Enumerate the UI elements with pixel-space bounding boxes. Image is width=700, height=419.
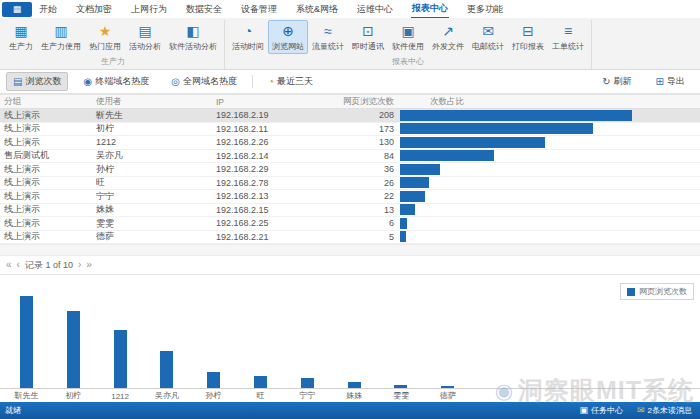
- productivity-usage-icon: ▥: [54, 23, 67, 40]
- ratio-bar: [400, 137, 545, 148]
- table-cell: 192.168.2.11: [216, 124, 304, 134]
- pager-label: 记录 1 of 10: [25, 259, 73, 272]
- chart-bar[interactable]: [207, 372, 220, 388]
- count-cell: 36: [304, 164, 398, 174]
- chart-category-label: 初柠: [65, 390, 81, 401]
- horizontal-scrollbar[interactable]: [0, 244, 700, 256]
- ribbon-button[interactable]: ▣软件使用: [388, 20, 428, 54]
- task-center-button[interactable]: ▣ 任务中心: [579, 405, 623, 416]
- table-row[interactable]: 售后测试机吴亦凡192.168.2.1484: [0, 150, 700, 164]
- ribbon-button[interactable]: ◔活动时间: [228, 20, 268, 54]
- chart-bar[interactable]: [160, 351, 173, 388]
- next-page-icon[interactable]: ›: [78, 260, 81, 270]
- table-cell: 旺: [96, 176, 216, 189]
- table-row[interactable]: 线上演示靳先生192.168.2.19208: [0, 109, 700, 123]
- menu-tab[interactable]: 文档加密: [75, 1, 113, 18]
- chart-bar[interactable]: [67, 311, 80, 388]
- table-cell: 192.168.2.15: [216, 205, 304, 215]
- menu-tab[interactable]: 报表中心: [411, 0, 449, 19]
- ribbon-button[interactable]: ≈流量统计: [308, 20, 348, 54]
- toolbar-action-button[interactable]: ↻刷新: [595, 72, 638, 91]
- prev-page-icon[interactable]: ‹: [17, 260, 20, 270]
- table-row[interactable]: 线上演示姝姝192.168.2.1513: [0, 204, 700, 218]
- ribbon-button[interactable]: ↗外发文件: [428, 20, 468, 54]
- table-row[interactable]: 线上演示雯雯192.168.2.256: [0, 217, 700, 231]
- ratio-bar: [400, 164, 440, 175]
- ribbon-button-label: 外发文件: [432, 41, 464, 52]
- im-chat-icon: ⊡: [362, 23, 374, 40]
- menu-tab[interactable]: 上网行为: [130, 1, 168, 18]
- column-header[interactable]: 网页浏览次数: [304, 96, 398, 108]
- toolbar-button[interactable]: ◔最近三天: [261, 72, 320, 91]
- ribbon-group-label: 生产力: [5, 55, 221, 69]
- chart-slot: 宁宁: [284, 275, 331, 402]
- ribbon-button[interactable]: ≡工单统计: [548, 20, 588, 54]
- browse-count-icon: ▤: [13, 77, 22, 87]
- print-report-icon: ⊟: [522, 23, 534, 40]
- column-header[interactable]: 次数占比: [398, 96, 700, 108]
- task-center-label: 任务中心: [591, 405, 623, 416]
- ribbon-group-items: ◔活动时间⊕浏览网站≈流量统计⊡即时通讯▣软件使用↗外发文件✉电邮统计⊟打印报表…: [228, 20, 588, 55]
- ribbon-button[interactable]: ★热门应用: [85, 20, 125, 54]
- toolbar-action-button[interactable]: ⊞导出: [649, 72, 692, 91]
- legend-label: 网页浏览次数: [639, 286, 687, 297]
- ribbon-button[interactable]: ⊡即时通讯: [348, 20, 388, 54]
- table-cell: 1212: [96, 137, 216, 147]
- ribbon-group: ▦生产力▥生产力使用★热门应用▤活动分析◧软件活动分析生产力: [2, 20, 225, 69]
- menu-tab[interactable]: 更多功能: [466, 1, 504, 18]
- column-header[interactable]: 使用者: [96, 96, 216, 108]
- refresh-icon: ↻: [602, 77, 610, 87]
- ribbon-button[interactable]: ▥生产力使用: [37, 20, 85, 54]
- table-row[interactable]: 线上演示德萨192.168.2.215: [0, 231, 700, 245]
- unread-messages-label: 2条未读消息: [648, 405, 692, 416]
- status-ready-label: 就绪: [5, 405, 21, 416]
- table-cell: 德萨: [96, 230, 216, 243]
- table-row[interactable]: 线上演示宁宁192.168.2.1322: [0, 190, 700, 204]
- column-header[interactable]: IP: [216, 97, 304, 107]
- toolbar-button[interactable]: ◉终端域名热度: [76, 72, 156, 91]
- menu-tab[interactable]: 开始: [38, 1, 58, 18]
- ratio-bar-cell: [398, 204, 700, 215]
- ratio-bar-cell: [398, 177, 700, 188]
- chart-category-label: 靳先生: [15, 390, 39, 401]
- ribbon-button-label: 流量统计: [312, 41, 344, 52]
- chart-bar[interactable]: [254, 376, 267, 388]
- table-row[interactable]: 线上演示1212192.168.2.26130: [0, 136, 700, 150]
- count-cell: 6: [304, 218, 398, 228]
- table-row[interactable]: 线上演示孙柠192.168.2.2936: [0, 163, 700, 177]
- ribbon-button[interactable]: ✉电邮统计: [468, 20, 508, 54]
- chart-bar[interactable]: [301, 378, 314, 388]
- toolbar-button[interactable]: ▤浏览次数: [6, 72, 68, 91]
- ribbon-button[interactable]: ◧软件活动分析: [165, 20, 221, 54]
- ribbon-button[interactable]: ▦生产力: [5, 20, 37, 54]
- unread-messages-button[interactable]: ✉ 2条未读消息: [637, 405, 692, 416]
- last-page-icon[interactable]: »: [86, 260, 92, 270]
- menu-tab[interactable]: 数据安全: [185, 1, 223, 18]
- menu-tab[interactable]: 运维中心: [356, 1, 394, 18]
- toolbar-button[interactable]: ◎全网域名热度: [164, 72, 244, 91]
- table-cell: 姝姝: [96, 203, 216, 216]
- toolbar-actions: ↻刷新⊞导出: [595, 72, 692, 91]
- chart-slot: 靳先生: [3, 275, 50, 402]
- table-cell: 192.168.2.78: [216, 178, 304, 188]
- chart-bar[interactable]: [348, 382, 361, 388]
- ribbon-button[interactable]: ⊟打印报表: [508, 20, 548, 54]
- ratio-bar: [400, 177, 429, 188]
- table-cell: 初柠: [96, 122, 216, 135]
- ribbon-button[interactable]: ▤活动分析: [125, 20, 165, 54]
- status-right-group: ▣ 任务中心 ✉ 2条未读消息: [579, 405, 692, 416]
- column-header[interactable]: 分组: [4, 96, 96, 108]
- menu-tab[interactable]: 系统&网络: [295, 1, 339, 18]
- app-menu-button[interactable]: ▦: [2, 2, 32, 17]
- menu-tab[interactable]: 设备管理: [240, 1, 278, 18]
- chart-bar[interactable]: [394, 385, 407, 388]
- table-body: 线上演示靳先生192.168.2.19208线上演示初柠192.168.2.11…: [0, 109, 700, 244]
- table-row[interactable]: 线上演示初柠192.168.2.11173: [0, 123, 700, 137]
- chart-bar[interactable]: [20, 296, 33, 388]
- chart-bar[interactable]: [114, 330, 127, 388]
- chart-bar[interactable]: [441, 386, 454, 388]
- table-row[interactable]: 线上演示旺192.168.2.7826: [0, 177, 700, 191]
- table-cell: 192.168.2.21: [216, 232, 304, 242]
- first-page-icon[interactable]: «: [6, 260, 12, 270]
- ribbon-button[interactable]: ⊕浏览网站: [268, 20, 308, 54]
